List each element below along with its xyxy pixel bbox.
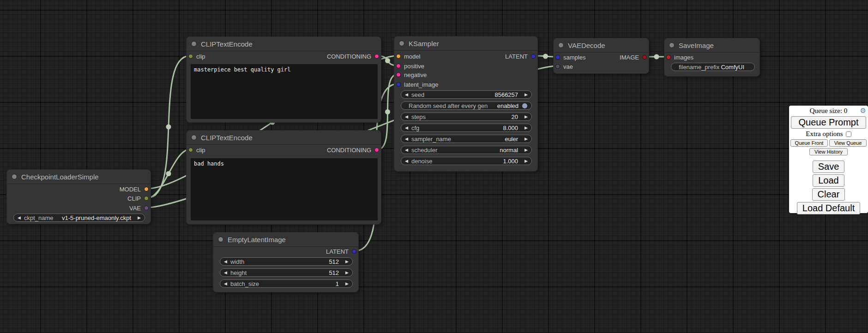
images-input-dot[interactable] [666, 55, 671, 59]
clear-button[interactable]: Clear [812, 188, 845, 201]
negative-prompt-textarea[interactable]: bad hands [191, 158, 378, 220]
samples-input-dot[interactable] [555, 55, 560, 59]
settings-gear-icon[interactable]: ⚙ [860, 107, 866, 115]
view-queue-button[interactable]: View Queue [829, 139, 867, 147]
arrow-right-icon[interactable]: ▶ [345, 271, 349, 275]
conditioning-output-dot[interactable] [374, 54, 379, 59]
view-history-button[interactable]: View History [809, 148, 848, 155]
queue-front-button[interactable]: Queue Front [790, 139, 828, 147]
node-cliptextencode-positive[interactable]: CLIPTextEncode clip CONDITIONING masterp… [186, 36, 381, 123]
latent-image-input-dot[interactable] [396, 82, 401, 87]
node-titlebar[interactable]: VAEDecode [554, 38, 649, 53]
random-seed-toggle[interactable]: Random seed after every gen enabled [401, 101, 532, 110]
arrow-right-icon[interactable]: ▶ [345, 260, 349, 264]
negative-input-dot[interactable] [396, 72, 401, 77]
input-slot-samples[interactable]: samples [555, 54, 585, 60]
input-slot-clip[interactable]: clip [188, 53, 205, 59]
arrow-right-icon[interactable]: ▶ [524, 137, 528, 141]
output-slot-vae[interactable]: VAE [129, 205, 149, 211]
arrow-right-icon[interactable]: ▶ [524, 148, 528, 152]
arrow-left-icon[interactable]: ◀ [405, 115, 408, 119]
arrow-left-icon[interactable]: ◀ [405, 93, 408, 97]
scheduler-widget[interactable]: ◀ scheduler normal ▶ [401, 146, 532, 154]
output-slot-model[interactable]: MODEL [120, 186, 149, 192]
node-emptylatentimage[interactable]: EmptyLatentImage LATENT ◀ width 512 ▶ ◀ … [213, 232, 359, 292]
input-slot-clip[interactable]: clip [188, 147, 205, 153]
output-slot-image[interactable]: IMAGE [620, 54, 647, 60]
load-button[interactable]: Load [813, 174, 844, 187]
arrow-right-icon[interactable]: ▶ [524, 115, 528, 119]
model-input-dot[interactable] [396, 54, 401, 59]
collapse-dot-icon[interactable] [191, 135, 197, 140]
arrow-right-icon[interactable]: ▶ [524, 159, 528, 163]
arrow-left-icon[interactable]: ◀ [224, 260, 227, 264]
collapse-dot-icon[interactable] [191, 41, 197, 47]
output-slot-conditioning[interactable]: CONDITIONING [327, 53, 379, 59]
height-widget[interactable]: ◀ height 512 ▶ [220, 268, 353, 277]
input-slot-vae[interactable]: vae [555, 63, 573, 70]
ckpt-name-widget[interactable]: ◀ ckpt_name v1-5-pruned-emaonly.ckpt ▶ [13, 214, 145, 222]
arrow-left-icon[interactable]: ◀ [224, 282, 227, 286]
steps-widget[interactable]: ◀ steps 20 ▶ [401, 113, 532, 121]
collapse-dot-icon[interactable] [399, 41, 404, 46]
input-slot-negative[interactable]: negative [396, 71, 427, 78]
node-saveimage[interactable]: SaveImage images filename_prefix ComfyUI [664, 38, 760, 77]
clip-input-dot[interactable] [188, 54, 193, 59]
extra-options-checkbox[interactable] [846, 131, 851, 137]
arrow-left-icon[interactable]: ◀ [405, 159, 408, 163]
collapse-dot-icon[interactable] [12, 174, 17, 179]
arrow-right-icon[interactable]: ▶ [138, 216, 141, 220]
toggle-dot-icon[interactable] [522, 103, 528, 109]
arrow-left-icon[interactable]: ◀ [405, 148, 408, 152]
node-ksampler[interactable]: KSampler model positive negative latent_… [394, 36, 538, 172]
arrow-right-icon[interactable]: ▶ [524, 126, 528, 130]
clip-input-dot[interactable] [188, 148, 193, 152]
collapse-dot-icon[interactable] [558, 42, 564, 48]
node-vaedecode[interactable]: VAEDecode samples vae IMAGE [553, 38, 649, 74]
latent-output-dot[interactable] [352, 249, 356, 254]
input-slot-positive[interactable]: positive [396, 63, 424, 69]
node-titlebar[interactable]: CLIPTextEncode [187, 131, 381, 145]
image-output-dot[interactable] [642, 55, 647, 59]
clip-output-dot[interactable] [144, 196, 149, 201]
denoise-widget[interactable]: ◀ denoise 1.000 ▶ [401, 157, 532, 165]
queue-prompt-button[interactable]: Queue Prompt [791, 116, 866, 129]
arrow-left-icon[interactable]: ◀ [18, 216, 21, 220]
conditioning-output-dot[interactable] [374, 148, 379, 152]
node-titlebar[interactable]: CLIPTextEncode [187, 37, 381, 51]
output-slot-latent[interactable]: LATENT [326, 248, 356, 255]
graph-canvas[interactable]: { "colors": { "link": "#a9c3a2", "link_d… [0, 0, 868, 333]
seed-widget[interactable]: ◀ seed 8566257 ▶ [401, 90, 532, 99]
positive-prompt-textarea[interactable]: masterpiece best quality girl [191, 64, 378, 119]
arrow-left-icon[interactable]: ◀ [224, 271, 227, 275]
cfg-widget[interactable]: ◀ cfg 8.000 ▶ [401, 124, 532, 132]
vae-input-dot[interactable] [555, 64, 560, 69]
batch-size-widget[interactable]: ◀ batch_size 1 ▶ [220, 279, 353, 288]
arrow-right-icon[interactable]: ▶ [524, 93, 528, 97]
node-titlebar[interactable]: CheckpointLoaderSimple [7, 170, 151, 184]
node-titlebar[interactable]: EmptyLatentImage [213, 232, 358, 247]
arrow-left-icon[interactable]: ◀ [405, 126, 408, 130]
collapse-dot-icon[interactable] [669, 42, 675, 48]
width-widget[interactable]: ◀ width 512 ▶ [220, 257, 353, 266]
arrow-right-icon[interactable]: ▶ [345, 282, 349, 286]
input-slot-images[interactable]: images [666, 54, 693, 60]
positive-input-dot[interactable] [396, 64, 401, 68]
node-cliptextencode-negative[interactable]: CLIPTextEncode clip CONDITIONING bad han… [186, 130, 381, 225]
output-slot-clip[interactable]: CLIP [127, 195, 149, 202]
input-slot-latent-image[interactable]: latent_image [396, 81, 438, 88]
input-slot-model[interactable]: model [396, 53, 420, 59]
collapse-dot-icon[interactable] [218, 237, 223, 242]
model-output-dot[interactable] [144, 187, 149, 191]
output-slot-latent[interactable]: LATENT [505, 53, 536, 59]
output-slot-conditioning[interactable]: CONDITIONING [327, 147, 379, 153]
load-default-button[interactable]: Load Default [797, 202, 860, 214]
sampler-name-widget[interactable]: ◀ sampler_name euler ▶ [401, 135, 532, 143]
arrow-left-icon[interactable]: ◀ [405, 137, 408, 141]
node-checkpointloadersimple[interactable]: CheckpointLoaderSimple MODEL CLIP VAE ◀ … [6, 169, 151, 224]
node-titlebar[interactable]: SaveImage [664, 38, 760, 53]
vae-output-dot[interactable] [144, 206, 149, 210]
filename-prefix-widget[interactable]: filename_prefix ComfyUI [671, 63, 755, 71]
latent-output-dot[interactable] [531, 54, 536, 59]
save-button[interactable]: Save [813, 161, 845, 173]
